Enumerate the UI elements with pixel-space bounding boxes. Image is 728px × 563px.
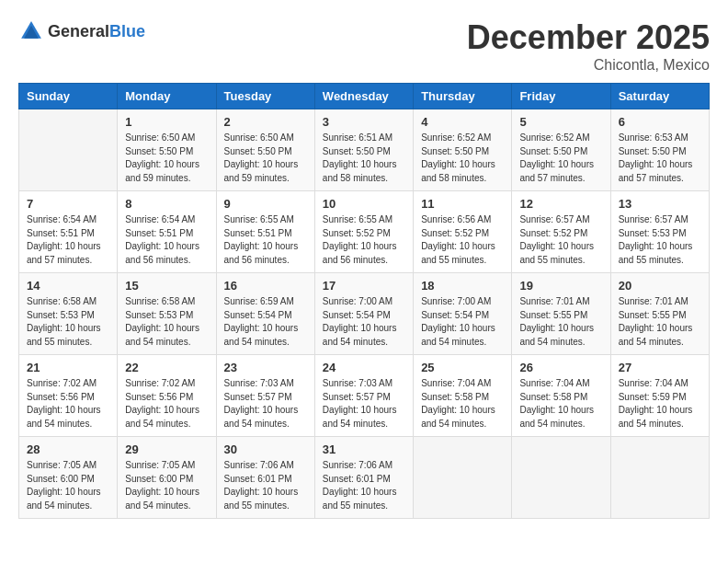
day-number: 14 xyxy=(27,279,109,293)
day-number: 15 xyxy=(125,279,208,293)
day-number: 7 xyxy=(27,197,109,211)
day-info: Sunrise: 7:06 AM Sunset: 6:01 PM Dayligh… xyxy=(323,459,405,512)
calendar-cell: 4Sunrise: 6:52 AM Sunset: 5:50 PM Daylig… xyxy=(414,109,512,191)
calendar-cell: 2Sunrise: 6:50 AM Sunset: 5:50 PM Daylig… xyxy=(216,109,314,191)
calendar-cell: 14Sunrise: 6:58 AM Sunset: 5:53 PM Dayli… xyxy=(19,273,118,355)
weekday-header-wednesday: Wednesday xyxy=(314,84,413,109)
day-number: 12 xyxy=(519,197,602,211)
day-number: 5 xyxy=(519,115,602,129)
calendar-cell: 16Sunrise: 6:59 AM Sunset: 5:54 PM Dayli… xyxy=(216,273,314,355)
day-number: 30 xyxy=(224,442,307,456)
calendar-cell: 17Sunrise: 7:00 AM Sunset: 5:54 PM Dayli… xyxy=(314,273,413,355)
weekday-header-monday: Monday xyxy=(118,84,216,109)
day-info: Sunrise: 6:56 AM Sunset: 5:52 PM Dayligh… xyxy=(421,213,504,267)
calendar-cell: 5Sunrise: 6:52 AM Sunset: 5:50 PM Daylig… xyxy=(512,109,610,191)
day-number: 8 xyxy=(125,197,208,211)
calendar-cell: 15Sunrise: 6:58 AM Sunset: 5:53 PM Dayli… xyxy=(118,273,216,355)
calendar-cell: 8Sunrise: 6:54 AM Sunset: 5:51 PM Daylig… xyxy=(118,191,216,273)
day-number: 25 xyxy=(421,361,504,374)
calendar-cell: 25Sunrise: 7:04 AM Sunset: 5:58 PM Dayli… xyxy=(414,355,512,437)
day-info: Sunrise: 6:52 AM Sunset: 5:50 PM Dayligh… xyxy=(421,132,504,185)
calendar-cell: 12Sunrise: 6:57 AM Sunset: 5:52 PM Dayli… xyxy=(512,191,610,273)
day-info: Sunrise: 6:58 AM Sunset: 5:53 PM Dayligh… xyxy=(125,295,208,349)
day-info: Sunrise: 6:57 AM Sunset: 5:53 PM Dayligh… xyxy=(619,213,701,267)
day-number: 20 xyxy=(619,279,701,293)
day-info: Sunrise: 7:05 AM Sunset: 6:00 PM Dayligh… xyxy=(125,459,208,512)
calendar-cell xyxy=(414,437,512,519)
weekday-header-friday: Friday xyxy=(512,84,610,109)
calendar-cell: 18Sunrise: 7:00 AM Sunset: 5:54 PM Dayli… xyxy=(414,273,512,355)
calendar-cell: 7Sunrise: 6:54 AM Sunset: 5:51 PM Daylig… xyxy=(19,191,118,273)
calendar-cell: 6Sunrise: 6:53 AM Sunset: 5:50 PM Daylig… xyxy=(610,109,709,191)
day-info: Sunrise: 6:54 AM Sunset: 5:51 PM Dayligh… xyxy=(27,213,109,267)
logo-general: General xyxy=(48,22,109,40)
week-row-5: 28Sunrise: 7:05 AM Sunset: 6:00 PM Dayli… xyxy=(19,437,710,519)
calendar-cell: 1Sunrise: 6:50 AM Sunset: 5:50 PM Daylig… xyxy=(118,109,216,191)
calendar-cell xyxy=(512,437,610,519)
calendar-cell: 29Sunrise: 7:05 AM Sunset: 6:00 PM Dayli… xyxy=(118,437,216,519)
day-info: Sunrise: 7:04 AM Sunset: 5:59 PM Dayligh… xyxy=(619,377,701,431)
day-info: Sunrise: 6:53 AM Sunset: 5:50 PM Dayligh… xyxy=(619,132,701,185)
calendar-cell: 11Sunrise: 6:56 AM Sunset: 5:52 PM Dayli… xyxy=(414,191,512,273)
logo-blue: Blue xyxy=(109,22,145,40)
logo-icon xyxy=(18,18,44,44)
day-info: Sunrise: 7:03 AM Sunset: 5:57 PM Dayligh… xyxy=(323,377,405,431)
week-row-3: 14Sunrise: 6:58 AM Sunset: 5:53 PM Dayli… xyxy=(19,273,710,355)
calendar-cell xyxy=(610,437,709,519)
week-row-2: 7Sunrise: 6:54 AM Sunset: 5:51 PM Daylig… xyxy=(19,191,710,273)
week-row-1: 1Sunrise: 6:50 AM Sunset: 5:50 PM Daylig… xyxy=(19,109,710,191)
day-number: 9 xyxy=(224,197,307,211)
day-number: 19 xyxy=(519,279,602,293)
calendar-cell: 13Sunrise: 6:57 AM Sunset: 5:53 PM Dayli… xyxy=(610,191,709,273)
calendar-cell: 21Sunrise: 7:02 AM Sunset: 5:56 PM Dayli… xyxy=(19,355,118,437)
weekday-header-row: SundayMondayTuesdayWednesdayThursdayFrid… xyxy=(19,84,710,109)
week-row-4: 21Sunrise: 7:02 AM Sunset: 5:56 PM Dayli… xyxy=(19,355,710,437)
day-number: 27 xyxy=(619,361,701,374)
calendar-cell xyxy=(19,109,118,191)
location-subtitle: Chicontla, Mexico xyxy=(467,57,710,74)
day-number: 10 xyxy=(323,197,405,211)
calendar-cell: 30Sunrise: 7:06 AM Sunset: 6:01 PM Dayli… xyxy=(216,437,314,519)
calendar-cell: 28Sunrise: 7:05 AM Sunset: 6:00 PM Dayli… xyxy=(19,437,118,519)
day-info: Sunrise: 6:57 AM Sunset: 5:52 PM Dayligh… xyxy=(519,213,602,267)
page-header: GeneralBlue December 2025 Chicontla, Mex… xyxy=(18,18,710,74)
day-number: 1 xyxy=(125,115,208,129)
calendar-cell: 22Sunrise: 7:02 AM Sunset: 5:56 PM Dayli… xyxy=(118,355,216,437)
calendar-cell: 10Sunrise: 6:55 AM Sunset: 5:52 PM Dayli… xyxy=(314,191,413,273)
calendar-cell: 27Sunrise: 7:04 AM Sunset: 5:59 PM Dayli… xyxy=(610,355,709,437)
day-info: Sunrise: 6:55 AM Sunset: 5:51 PM Dayligh… xyxy=(224,213,307,267)
day-info: Sunrise: 7:05 AM Sunset: 6:00 PM Dayligh… xyxy=(27,459,109,512)
title-area: December 2025 Chicontla, Mexico xyxy=(467,18,710,74)
day-info: Sunrise: 7:02 AM Sunset: 5:56 PM Dayligh… xyxy=(125,377,208,431)
calendar-cell: 26Sunrise: 7:04 AM Sunset: 5:58 PM Dayli… xyxy=(512,355,610,437)
day-info: Sunrise: 6:52 AM Sunset: 5:50 PM Dayligh… xyxy=(519,132,602,185)
day-info: Sunrise: 6:50 AM Sunset: 5:50 PM Dayligh… xyxy=(224,132,307,185)
day-number: 24 xyxy=(323,361,405,374)
day-number: 28 xyxy=(27,442,109,456)
day-number: 6 xyxy=(619,115,701,129)
calendar-cell: 3Sunrise: 6:51 AM Sunset: 5:50 PM Daylig… xyxy=(314,109,413,191)
day-number: 21 xyxy=(27,361,109,374)
weekday-header-saturday: Saturday xyxy=(610,84,709,109)
day-info: Sunrise: 6:54 AM Sunset: 5:51 PM Dayligh… xyxy=(125,213,208,267)
day-number: 31 xyxy=(323,442,405,456)
day-number: 4 xyxy=(421,115,504,129)
day-info: Sunrise: 6:55 AM Sunset: 5:52 PM Dayligh… xyxy=(323,213,405,267)
day-info: Sunrise: 7:01 AM Sunset: 5:55 PM Dayligh… xyxy=(619,295,701,349)
day-number: 3 xyxy=(323,115,405,129)
day-info: Sunrise: 6:59 AM Sunset: 5:54 PM Dayligh… xyxy=(224,295,307,349)
weekday-header-thursday: Thursday xyxy=(414,84,512,109)
day-number: 2 xyxy=(224,115,307,129)
calendar-cell: 19Sunrise: 7:01 AM Sunset: 5:55 PM Dayli… xyxy=(512,273,610,355)
day-info: Sunrise: 6:50 AM Sunset: 5:50 PM Dayligh… xyxy=(125,132,208,185)
calendar-cell: 23Sunrise: 7:03 AM Sunset: 5:57 PM Dayli… xyxy=(216,355,314,437)
day-number: 11 xyxy=(421,197,504,211)
logo-text: GeneralBlue xyxy=(48,22,145,41)
weekday-header-sunday: Sunday xyxy=(19,84,118,109)
day-info: Sunrise: 6:58 AM Sunset: 5:53 PM Dayligh… xyxy=(27,295,109,349)
day-number: 29 xyxy=(125,442,208,456)
day-info: Sunrise: 7:06 AM Sunset: 6:01 PM Dayligh… xyxy=(224,459,307,512)
calendar-table: SundayMondayTuesdayWednesdayThursdayFrid… xyxy=(18,83,710,519)
day-info: Sunrise: 7:04 AM Sunset: 5:58 PM Dayligh… xyxy=(421,377,504,431)
day-info: Sunrise: 7:00 AM Sunset: 5:54 PM Dayligh… xyxy=(323,295,405,349)
